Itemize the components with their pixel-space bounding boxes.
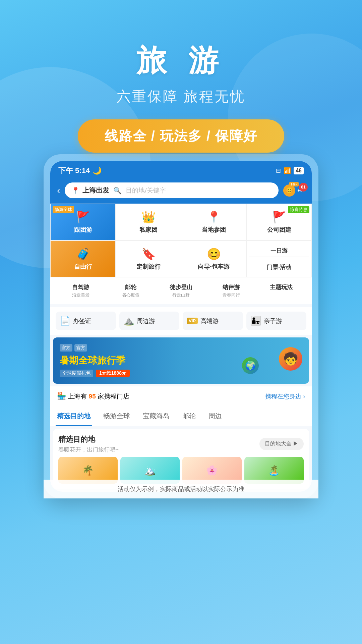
- section-subtitle: 春暖花开，出门旅行吧~: [58, 446, 119, 453]
- visa-label: 办签证: [73, 317, 91, 325]
- custom-travel-label: 定制旅行: [136, 263, 161, 271]
- disclaimer-text: 活动仅为示例，实际商品或活动以实际公示为准: [118, 486, 244, 492]
- status-icons: ⊟ 📶 46: [276, 167, 304, 174]
- promo-banner[interactable]: 官方 官方 暑期全球旅行季 全球度假礼包 1元抵1888元 🧒 🌍: [53, 337, 309, 384]
- destination-tabs: 精选目的地 畅游全球 宝藏海岛 邮轮 周边: [50, 406, 312, 426]
- ticket-activity-label: 门票·活动: [267, 263, 291, 271]
- qa-nearby[interactable]: ⛰️ 周边游: [119, 312, 180, 330]
- banner-content: 官方 官方 暑期全球旅行季 全球度假礼包 1元抵1888元: [60, 344, 130, 377]
- search-bar: ‹ 📍 上海出发 🔍 目的地/关键字 😊 Hi~ ••• 81: [50, 179, 312, 204]
- grid-cell-split[interactable]: 一日游 门票·活动: [246, 240, 312, 277]
- phone-mockup: 下午 5:14 🌙 ⊟ 📶 46 ‹ 📍 上海出发 🔍 目的地/关键字: [44, 154, 318, 498]
- store-info: 🏪 上海有 95 家携程门店 携程在您身边 ›: [50, 386, 312, 406]
- visa-icon: 📄: [60, 316, 70, 326]
- group-tour-icon: 🚩: [76, 210, 90, 224]
- location-pin-icon: 📍: [71, 186, 80, 195]
- free-travel-icon: 🧳: [76, 247, 90, 261]
- phone-content: 畅游全球 🚩 跟团游 👑 私家团 📍 当地参团 惊喜特惠 🚩 公司团建: [50, 204, 312, 489]
- family-label: 亲子游: [264, 317, 282, 325]
- tab-global[interactable]: 畅游全球: [102, 406, 131, 426]
- tab-cruise[interactable]: 邮轮: [181, 406, 197, 426]
- see-all-button[interactable]: 目的地大全 ▶: [259, 438, 304, 450]
- store-text: 🏪 上海有 95 家携程门店: [57, 392, 129, 401]
- store-link[interactable]: 携程在您身边 ›: [265, 392, 305, 400]
- grid-cell-group-tour[interactable]: 畅游全球 🚩 跟团游: [50, 204, 116, 240]
- company-tour-icon: 🚩: [272, 210, 286, 224]
- store-suffix: 家携程门店: [98, 393, 129, 400]
- banner-tags: 官方 官方: [60, 344, 130, 352]
- hero-subtitle: 六重保障 旅程无忧: [0, 87, 362, 106]
- tab-island[interactable]: 宝藏海岛: [141, 406, 171, 426]
- search-input[interactable]: 📍 上海出发 🔍 目的地/关键字: [65, 182, 279, 198]
- banner-promo-text: 1元抵1888元: [96, 370, 130, 377]
- sub-cat-self-drive[interactable]: 自驾游 沿途美景: [56, 281, 106, 301]
- store-count: 95: [89, 393, 96, 400]
- screen-icon: ⊟: [276, 167, 281, 174]
- store-icon: 🏪: [57, 392, 66, 400]
- luxury-label: 高端游: [200, 317, 219, 325]
- private-tour-label: 私家团: [139, 226, 158, 234]
- family-icon: 👨‍👧: [250, 316, 261, 326]
- moon-icon: 🌙: [93, 166, 102, 175]
- company-tour-tag: 惊喜特惠: [288, 206, 309, 213]
- store-prefix: 上海有: [68, 393, 87, 400]
- grid-cell-local-tour[interactable]: 📍 当地参团: [181, 204, 246, 240]
- banner-tag1: 官方: [60, 344, 72, 352]
- qa-family[interactable]: 👨‍👧 亲子游: [246, 312, 307, 330]
- companion-label: 结伴游: [223, 283, 240, 291]
- nearby-icon: ⛰️: [123, 316, 134, 326]
- hero-title: 旅 游: [0, 40, 362, 81]
- quick-access: 📄 办签证 ⛰️ 周边游 VIP 高端游 👨‍👧 亲子游: [50, 307, 312, 335]
- sub-cat-cruise[interactable]: 邮轮 省心度假: [106, 281, 156, 301]
- grid-cell-private-tour[interactable]: 👑 私家团: [116, 204, 181, 240]
- sub-cat-theme[interactable]: 主题玩法: [256, 281, 306, 301]
- tab-nearby[interactable]: 周边: [207, 406, 223, 426]
- self-drive-desc: 沿途美景: [72, 292, 89, 298]
- hi-badge: Hi~: [289, 182, 298, 186]
- search-origin: 上海出发: [82, 186, 109, 195]
- banner-subtitle: 全球度假礼包: [60, 370, 93, 377]
- hiking-label: 徒步登山: [170, 283, 192, 291]
- section-header-text: 精选目的地 春暖花开，出门旅行吧~: [58, 434, 119, 453]
- local-tour-label: 当地参团: [202, 226, 226, 234]
- cruise-desc: 省心度假: [122, 292, 139, 298]
- sub-cat-hiking[interactable]: 徒步登山 行走山野: [156, 281, 206, 301]
- company-tour-label: 公司团建: [267, 226, 291, 234]
- qa-visa[interactable]: 📄 办签证: [56, 312, 116, 330]
- phone-screen: 下午 5:14 🌙 ⊟ 📶 46 ‹ 📍 上海出发 🔍 目的地/关键字: [50, 161, 312, 492]
- section-title: 精选目的地: [58, 434, 119, 444]
- search-divider: 🔍: [113, 186, 122, 195]
- group-tour-label: 跟团游: [74, 226, 92, 234]
- companion-desc: 青春同行: [223, 292, 240, 298]
- guide-tour-label: 向导·包车游: [198, 263, 230, 271]
- group-tour-tag: 畅游全球: [53, 206, 74, 213]
- sub-cat-companion[interactable]: 结伴游 青春同行: [206, 281, 256, 301]
- banner-illustration: 🧒 🌍: [242, 347, 302, 374]
- hiking-desc: 行走山野: [172, 292, 190, 298]
- vip-icon: VIP: [187, 318, 198, 324]
- grid-cell-guide-tour[interactable]: 😊 向导·包车游: [181, 240, 246, 277]
- back-button[interactable]: ‹: [57, 185, 60, 196]
- grid-cell-free-travel[interactable]: 🧳 自由行: [50, 240, 116, 277]
- status-time: 下午 5:14: [58, 166, 90, 176]
- disclaimer: 活动仅为示例，实际商品或活动以实际公示为准: [50, 480, 312, 492]
- local-tour-icon: 📍: [207, 210, 221, 224]
- self-drive-label: 自驾游: [72, 283, 89, 291]
- avatar-wrapper[interactable]: 😊 Hi~: [283, 184, 295, 197]
- notification-wrapper[interactable]: ••• 81: [297, 186, 305, 195]
- search-placeholder: 目的地/关键字: [126, 186, 166, 195]
- hero-badge[interactable]: 线路全 / 玩法多 / 保障好: [78, 119, 285, 153]
- private-tour-icon: 👑: [141, 210, 156, 224]
- custom-travel-icon: 🔖: [141, 247, 156, 261]
- battery-icon: 46: [294, 167, 304, 174]
- tab-featured[interactable]: 精选目的地: [56, 406, 92, 426]
- qa-luxury[interactable]: VIP 高端游: [183, 312, 243, 330]
- theme-label: 主题玩法: [270, 283, 293, 291]
- user-area: 😊 Hi~ ••• 81: [283, 184, 305, 197]
- guide-tour-icon: 😊: [207, 247, 221, 261]
- grid-cell-custom-travel[interactable]: 🔖 定制旅行: [116, 240, 181, 277]
- banner-tag2: 官方: [74, 344, 87, 352]
- grid-cell-company-tour[interactable]: 惊喜特惠 🚩 公司团建: [246, 204, 312, 240]
- cruise-label: 邮轮: [125, 283, 136, 291]
- banner-title: 暑期全球旅行季: [60, 354, 130, 367]
